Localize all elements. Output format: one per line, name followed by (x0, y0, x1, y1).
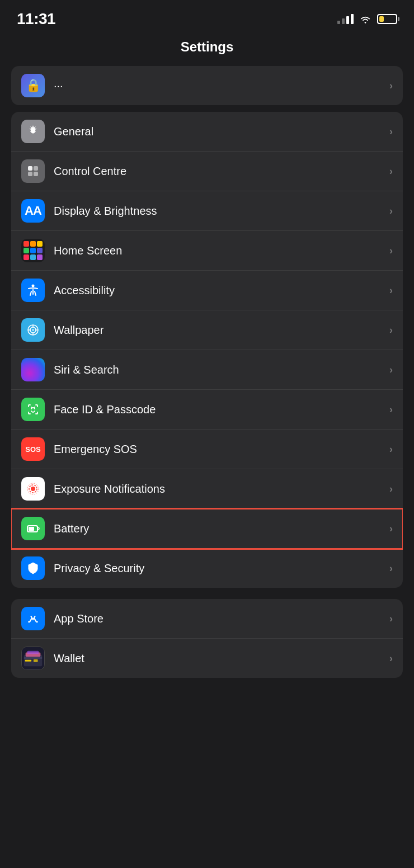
top-partial-group: 🔒 ··· › (11, 66, 403, 105)
status-time: 11:31 (17, 10, 55, 28)
nav-header: Settings (0, 34, 414, 66)
svg-rect-26 (27, 651, 39, 654)
battery-label: Battery (54, 522, 389, 535)
chevron-icon: › (389, 364, 393, 376)
privacy-icon (21, 556, 45, 580)
exposure-notifications-icon (21, 477, 45, 501)
list-item-display-brightness[interactable]: AA Display & Brightness › (11, 191, 403, 231)
signal-icon (337, 14, 354, 24)
svg-rect-23 (25, 660, 31, 662)
wifi-icon (359, 14, 371, 24)
chevron-icon: › (389, 166, 393, 177)
app-store-icon (21, 607, 45, 630)
app-store-label: App Store (54, 612, 389, 625)
chevron-icon: › (389, 404, 393, 416)
battery-icon (21, 517, 45, 540)
page-title: Settings (181, 39, 234, 54)
list-item-siri-search[interactable]: Siri & Search › (11, 350, 403, 390)
svg-rect-22 (24, 657, 42, 659)
home-screen-icon (21, 239, 45, 262)
exposure-notifications-label: Exposure Notifications (54, 483, 389, 496)
list-item-privacy-security[interactable]: Privacy & Security › (11, 549, 403, 588)
list-item-accessibility[interactable]: Accessibility › (11, 271, 403, 310)
siri-icon (21, 358, 45, 381)
wallet-icon (21, 647, 45, 670)
chevron-icon: › (389, 523, 393, 535)
emergency-sos-label: Emergency SOS (54, 443, 389, 456)
accessibility-label: Accessibility (54, 284, 389, 297)
svg-rect-1 (28, 166, 32, 171)
wallet-label: Wallet (54, 652, 389, 665)
face-id-label: Face ID & Passcode (54, 403, 389, 416)
chevron-icon: › (389, 205, 393, 217)
face-id-icon (21, 398, 45, 421)
chevron-icon: › (389, 285, 393, 296)
settings-group-main: General › Control Centre › AA Display & … (11, 112, 403, 588)
control-centre-label: Control Centre (54, 165, 389, 178)
list-item-general[interactable]: General › (11, 112, 403, 152)
chevron-icon: › (389, 653, 393, 664)
siri-search-label: Siri & Search (54, 364, 389, 376)
wallpaper-icon (21, 318, 45, 342)
general-label: General (54, 125, 389, 138)
battery-status-icon (377, 14, 397, 24)
home-screen-label: Home Screen (54, 244, 389, 257)
list-item-exposure-notifications[interactable]: Exposure Notifications › (11, 469, 403, 509)
status-bar: 11:31 (0, 0, 414, 34)
general-icon (21, 120, 45, 143)
list-item-partial[interactable]: 🔒 ··· › (11, 66, 403, 105)
list-item-wallet[interactable]: Wallet › (11, 639, 403, 678)
svg-point-15 (31, 487, 35, 491)
svg-rect-24 (34, 659, 38, 662)
chevron-icon: › (389, 126, 393, 138)
svg-rect-3 (28, 172, 32, 176)
display-brightness-label: Display & Brightness (54, 205, 389, 218)
chevron-icon: › (389, 483, 393, 495)
list-item-wallpaper[interactable]: Wallpaper › (11, 310, 403, 350)
emergency-sos-icon: SOS (21, 437, 45, 461)
svg-rect-2 (34, 166, 38, 171)
chevron-icon: › (389, 563, 393, 574)
svg-rect-19 (29, 527, 34, 531)
partial-label: ··· (54, 79, 389, 92)
svg-point-5 (32, 285, 35, 287)
list-item-battery[interactable]: Battery › (11, 509, 403, 549)
list-item-control-centre[interactable]: Control Centre › (11, 152, 403, 191)
chevron-icon: › (389, 613, 393, 625)
list-item-app-store[interactable]: App Store › (11, 599, 403, 639)
accessibility-icon (21, 279, 45, 302)
control-centre-icon (21, 159, 45, 183)
status-icons (337, 14, 397, 24)
chevron-icon: › (389, 324, 393, 336)
list-item-home-screen[interactable]: Home Screen › (11, 231, 403, 271)
chevron-icon: › (389, 444, 393, 455)
privacy-security-label: Privacy & Security (54, 562, 389, 575)
battery-fill (379, 16, 384, 22)
chevron-icon: › (389, 245, 393, 257)
list-item-emergency-sos[interactable]: SOS Emergency SOS › (11, 430, 403, 469)
svg-rect-4 (34, 172, 38, 176)
display-brightness-icon: AA (21, 199, 45, 223)
svg-point-8 (32, 329, 34, 331)
wallpaper-label: Wallpaper (54, 324, 389, 337)
partial-icon: 🔒 (21, 74, 45, 97)
settings-group-apps: App Store › Wallet › (11, 599, 403, 678)
chevron-icon: › (389, 80, 393, 92)
list-item-face-id[interactable]: Face ID & Passcode › (11, 390, 403, 430)
